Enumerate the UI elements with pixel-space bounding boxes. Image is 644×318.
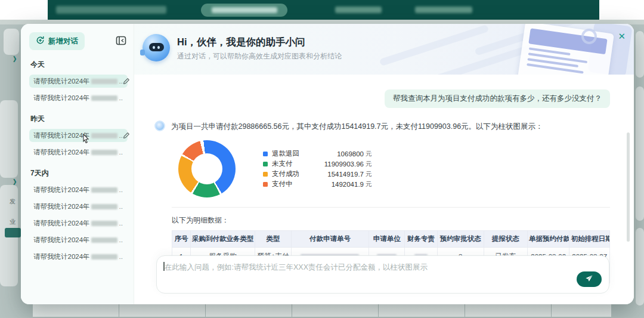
conversation-item-text: 请帮我统计2024年 [33,219,90,228]
ellipsis: .. [119,236,123,243]
history-group-label: 今天 [30,60,126,70]
assistant-answer-text: 为项目一共申请付款29886665.56元，其中支付成功15414919.7元，… [171,121,543,132]
legend-swatch [263,162,268,166]
history-group-label: 7天内 [30,168,126,178]
vertical-scrollbar[interactable] [627,132,630,242]
legend-label: 未支付 [272,159,309,168]
conversation-item[interactable]: 请帮我统计2024年 .. [29,129,128,142]
conversation-item-text: 请帮我统计2024年 [33,236,90,245]
conversation-item[interactable]: 请帮我统计2024年 .. [29,200,128,213]
section-divider [172,207,610,208]
question-input[interactable] [157,256,609,293]
payment-status-chart: 退款退回 1069800 元 未支付 11909903.96 元 支 [178,140,610,197]
column-header: 序号 [172,231,191,248]
new-conversation-button[interactable]: 新增对话 [29,32,85,50]
legend-value: 1069800 [309,150,364,158]
legend-unit: 元 [366,170,372,178]
blurred-text [91,237,117,243]
blurred-text [91,150,117,155]
legend-unit: 元 [366,160,372,168]
legend-label: 支付中 [272,180,309,189]
legend-item: 支付中 1492041.9 元 [263,179,372,189]
ellipsis: .. [119,149,123,156]
conversation-item[interactable]: 请帮我统计2024年 .. [29,217,128,230]
ellipsis: .. [119,220,123,227]
legend-swatch [263,172,268,177]
conversation-item[interactable]: 请帮我统计2024年 .. [29,233,128,246]
close-dialog-button[interactable]: ✕ [618,31,626,42]
screen: 》 》 发 业 新增对话 [0,0,644,318]
legend-unit: 元 [366,180,372,189]
edit-conversation-button[interactable] [123,78,131,85]
conversation-item-text: 请帮我统计2024年 [33,202,90,211]
background-text-fragment: 发 [10,197,16,206]
background-card [636,87,644,221]
conversation-item[interactable]: 请帮我统计2024年 .. [29,75,128,88]
legend-label: 支付成功 [272,169,309,178]
history-group-label: 昨天 [30,114,126,124]
blurred-text [91,95,117,101]
edit-conversation-button[interactable] [123,132,131,140]
ellipsis: .. [119,203,123,210]
new-chat-icon [36,36,45,47]
assistant-subtitle: 通过对话，可以帮助你高效生成对应图表和分析结论 [177,51,342,61]
legend-item: 未支付 11909903.96 元 [263,159,372,169]
conversation-item-text: 请帮我统计2024年 [33,94,90,103]
assistant-dialog: 新增对话 今天 请帮我统计2024年 .. [21,24,634,304]
top-navbar [48,0,599,20]
column-header: 类型 [255,231,291,248]
chart-legend: 退款退回 1069800 元 未支付 11909903.96 元 支 [263,149,372,189]
topbar-tab-active[interactable] [201,4,287,17]
user-message-bubble: 帮我查询本月为项目支付成功的款项有多少，还有多少没支付？ [385,89,610,108]
topbar-tab-active-label-blurred [212,7,277,13]
new-conversation-label: 新增对话 [48,36,78,47]
collapse-panel-icon [115,39,127,48]
conversation-item-text: 请帮我统计2024年 [33,77,90,86]
background-card [4,29,19,55]
column-header: 采购到付款业务类型 [190,231,255,248]
conversation-item-text: 请帮我统计2024年 [33,252,90,261]
conversation-item-text: 请帮我统计2024年 [33,148,90,157]
conversation-item-text: 请帮我统计2024年 [33,186,90,194]
background-card [0,100,18,178]
background-text-fragment: 业 [10,218,16,226]
conversation-item[interactable]: 请帮我统计2024年 .. [29,91,128,104]
conversation-item[interactable]: 请帮我统计2024年 .. [29,146,128,159]
column-header: 提报状态 [484,231,527,248]
column-header: 付款申请单号 [291,231,369,248]
blurred-text [91,187,117,193]
column-header: 预约审批状态 [437,231,484,248]
legend-value: 1492041.9 [309,181,364,188]
ellipsis: .. [119,186,123,193]
chat-panel: Hi，伙伴，我是你的助手小问 通过对话，可以帮助你高效生成对应图表和分析结论 ✕… [134,24,634,304]
column-header: 单据预约付款日期 [527,231,569,248]
blurred-text [91,204,117,209]
legend-item: 支付成功 15414919.7 元 [263,169,372,179]
legend-item: 退款退回 1069800 元 [263,149,372,159]
topbar-tab[interactable] [415,7,472,13]
background-chevron: 》 [13,178,20,187]
legend-unit: 元 [366,150,372,158]
table-header-row: 序号 采购到付款业务类型 类型 付款申请单号 申请单位 财务专责 预约审批状态 … [172,231,610,248]
legend-swatch [263,182,268,187]
donut-chart [178,140,236,197]
paper-plane-icon [585,274,593,285]
legend-value: 11909903.96 [309,160,364,168]
background-card [636,228,644,305]
topbar-tab[interactable] [335,7,382,13]
column-header: 申请单位 [369,231,405,248]
detail-table-label: 以下为明细数据： [172,215,610,226]
legend-label: 退款退回 [272,149,309,158]
assistant-mini-avatar-icon [154,121,165,131]
send-button[interactable] [577,271,602,287]
assistant-header: Hi，伙伴，我是你的助手小问 通过对话，可以帮助你高效生成对应图表和分析结论 ✕ [134,24,634,75]
collapse-sidebar-button[interactable] [114,35,128,48]
conversation-item[interactable]: 请帮我统计2024年 .. [29,250,128,263]
blurred-text [91,79,117,84]
column-header: 财务专责 [405,231,437,248]
conversation-item[interactable]: 请帮我统计2024年 .. [29,183,128,196]
background-card [636,31,644,78]
ellipsis: .. [119,94,123,101]
blurred-text [91,133,117,138]
assistant-avatar [143,34,170,61]
